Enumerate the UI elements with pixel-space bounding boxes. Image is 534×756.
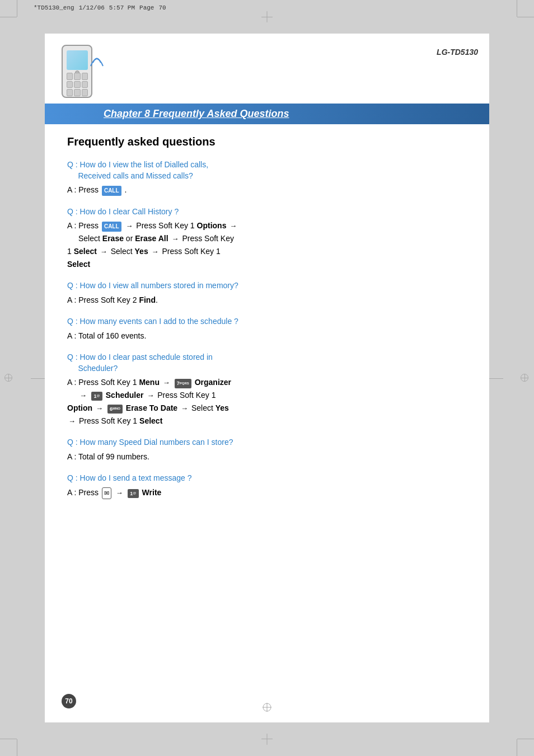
question-4: Q : How many events can I add to the sch… bbox=[67, 316, 472, 327]
crop-mark bbox=[517, 0, 517, 17]
crop-mark bbox=[0, 739, 17, 739]
answer-7: A : Press ✉ → 1@ Write bbox=[67, 486, 472, 500]
chapter-title: Frequently Asked Questions bbox=[153, 108, 289, 119]
crop-mark bbox=[517, 17, 534, 17]
arrow: → bbox=[68, 417, 76, 425]
arrow: → bbox=[125, 222, 133, 230]
select-term-2: Select bbox=[67, 260, 90, 269]
arrow: → bbox=[152, 247, 159, 256]
yes-term-1: Yes bbox=[135, 247, 148, 256]
select-term-1: Select bbox=[74, 247, 97, 256]
registration-mark bbox=[267, 11, 268, 22]
yes-term-2: Yes bbox=[216, 403, 229, 412]
page-number-circle: 70 bbox=[62, 694, 76, 708]
phone-screen bbox=[67, 50, 88, 70]
option-term: Option bbox=[67, 403, 92, 412]
arrow: → bbox=[96, 404, 103, 412]
header-date: 1/12/06 bbox=[79, 4, 105, 11]
question-1: Q : How do I view the list of Dialled ca… bbox=[67, 159, 472, 181]
brand-name: LG-TD5130 bbox=[437, 48, 478, 57]
question-5: Q : How do I clear past schedule stored … bbox=[67, 352, 472, 374]
scheduler-term: Scheduler bbox=[106, 391, 144, 400]
crop-mark bbox=[17, 0, 17, 17]
header-page-label: Page bbox=[139, 4, 154, 11]
write-term: Write bbox=[142, 488, 162, 497]
crop-mark bbox=[0, 17, 17, 17]
arrow: → bbox=[172, 234, 179, 243]
registration-mark-right bbox=[521, 374, 530, 383]
arrow: → bbox=[79, 391, 87, 400]
page: *TD5130_eng 1/12/06 5:57 PM Page 70 bbox=[0, 0, 534, 756]
left-center-line bbox=[31, 378, 45, 379]
answer-2-line2: Select Erase or Erase All → Press Soft K… bbox=[67, 234, 234, 269]
faq-item-2: Q : How do I clear Call History ? A : Pr… bbox=[67, 206, 472, 270]
page-number: 70 bbox=[65, 697, 72, 705]
options-term: Options bbox=[197, 221, 227, 230]
phone-keypad bbox=[67, 73, 88, 96]
crop-mark bbox=[17, 739, 17, 756]
call-button-1: CALL bbox=[102, 186, 121, 196]
content-area: LG-TD5130 Chapter 8 Frequently Asked Que… bbox=[45, 34, 489, 722]
select-term-3: Select bbox=[139, 416, 162, 425]
registration-mark bbox=[267, 734, 268, 745]
crop-mark bbox=[517, 739, 517, 756]
header-page-num: 70 bbox=[158, 4, 166, 11]
header-bar: *TD5130_eng 1/12/06 5:57 PM Page 70 bbox=[34, 4, 500, 11]
erase-to-date-term: Erase To Date bbox=[126, 403, 177, 412]
header-time: 5:57 PM bbox=[109, 4, 135, 11]
call-button-2: CALL bbox=[102, 222, 121, 232]
answer-5: A : Press Soft Key 1 Menu → 7PQRS Organi… bbox=[67, 376, 472, 427]
find-term: Find bbox=[139, 295, 156, 304]
menu-term: Menu bbox=[139, 378, 160, 387]
main-content: Frequently asked questions Q : How do I … bbox=[45, 124, 489, 520]
faq-item-4: Q : How many events can I add to the sch… bbox=[67, 316, 472, 342]
arrow: → bbox=[147, 391, 154, 400]
answer-6: A : Total of 99 numbers. bbox=[67, 450, 472, 463]
question-6: Q : How many Speed Dial numbers can I st… bbox=[67, 437, 472, 448]
organizer-term: Organizer bbox=[195, 378, 231, 387]
answer-3: A : Press Soft Key 2 Find. bbox=[67, 294, 472, 306]
answer-1: A : Press CALL . bbox=[67, 184, 472, 196]
registration-mark-left bbox=[4, 374, 13, 383]
answer-5-line2: → 1@ Scheduler → Press Soft Key 1 Option… bbox=[67, 391, 229, 425]
answer-4: A : Total of 160 events. bbox=[67, 330, 472, 342]
erase-all-term: Erase All bbox=[135, 234, 168, 243]
arrow: → bbox=[116, 489, 123, 497]
faq-item-7: Q : How do I send a text message ? A : P… bbox=[67, 473, 472, 499]
crop-mark bbox=[517, 739, 534, 739]
arrow: → bbox=[181, 404, 188, 412]
arrow: → bbox=[229, 222, 237, 230]
phone-header: LG-TD5130 bbox=[45, 34, 489, 101]
phone-illustration bbox=[56, 39, 106, 101]
question-3: Q : How do I view all numbers stored in … bbox=[67, 280, 472, 292]
signal-waves bbox=[88, 46, 105, 71]
faq-item-6: Q : How many Speed Dial numbers can I st… bbox=[67, 437, 472, 463]
key-1-text-badge: 1@ bbox=[128, 489, 139, 498]
key-1-badge: 1@ bbox=[91, 392, 102, 401]
arrow: → bbox=[163, 378, 170, 387]
faq-item-5: Q : How do I clear past schedule stored … bbox=[67, 352, 472, 427]
faq-item-1: Q : How do I view the list of Dialled ca… bbox=[67, 159, 472, 196]
chapter-banner: Chapter 8 Frequently Asked Questions bbox=[45, 104, 489, 124]
arrow: → bbox=[100, 247, 107, 256]
chapter-number: Chapter 8 bbox=[104, 108, 150, 119]
question-7: Q : How do I send a text message ? bbox=[67, 473, 472, 484]
answer-2: A : Press CALL → Press Soft Key 1 Option… bbox=[67, 219, 472, 270]
erase-term: Erase bbox=[102, 234, 124, 243]
faq-item-3: Q : How do I view all numbers stored in … bbox=[67, 280, 472, 306]
message-button: ✉ bbox=[102, 487, 111, 500]
key-7-badge: 7PQRS bbox=[175, 379, 191, 388]
header-filename: *TD5130_eng bbox=[34, 4, 74, 11]
question-2: Q : How do I clear Call History ? bbox=[67, 206, 472, 218]
section-title: Frequently asked questions bbox=[67, 135, 472, 148]
right-center-line bbox=[489, 378, 503, 379]
phone-body bbox=[62, 45, 92, 98]
bottom-registration-mark bbox=[263, 703, 271, 714]
key-6-badge: 6MNO bbox=[107, 405, 123, 414]
